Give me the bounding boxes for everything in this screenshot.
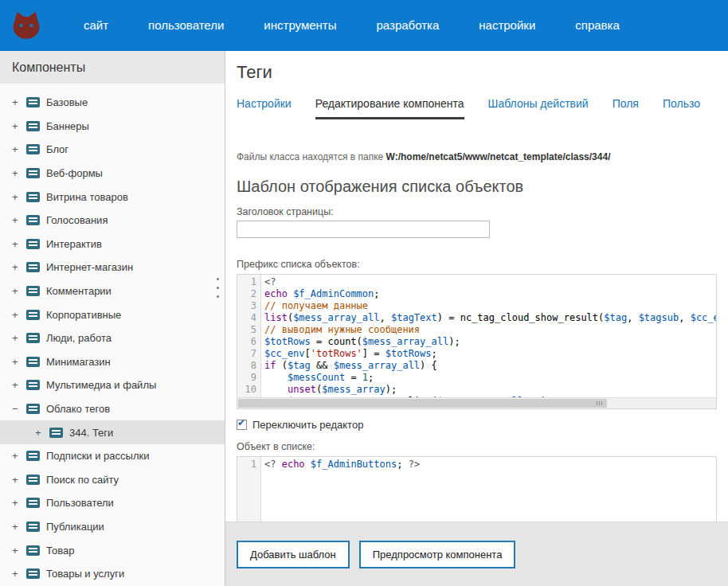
sidebar-item-label: Комментарии	[46, 285, 112, 297]
expander-icon[interactable]: −	[12, 403, 24, 415]
code-line: $totRows = count($mess_array_all);	[264, 336, 716, 348]
editor-hscrollbar[interactable]	[237, 397, 716, 408]
component-icon	[26, 286, 40, 296]
sidebar-item[interactable]: −Облако тегов	[0, 397, 225, 421]
line-number: 1	[237, 276, 256, 288]
line-number: 9	[237, 372, 256, 384]
nav-item[interactable]: настройки	[459, 0, 555, 51]
component-icon	[26, 522, 40, 532]
component-icon	[26, 380, 40, 390]
class-path-prefix: Файлы класса находятся в папке	[237, 151, 383, 162]
code-editor-prefix[interactable]: 1234567891011 <?echo $f_AdminCommon;// п…	[237, 274, 717, 409]
expander-icon[interactable]: +	[12, 96, 24, 108]
add-template-button[interactable]: Добавить шаблон	[237, 541, 350, 568]
expander-icon[interactable]: +	[12, 238, 24, 250]
sidebar-item[interactable]: +Мультимедиа и файлы	[0, 373, 225, 397]
sidebar-item[interactable]: +Корпоративные	[0, 303, 225, 326]
page-title-label: Заголовок страницы:	[237, 206, 728, 217]
expander-icon[interactable]: +	[12, 568, 24, 580]
expander-icon[interactable]: +	[12, 120, 24, 132]
sidebar-item[interactable]: +Публикации	[0, 515, 225, 539]
expander-icon[interactable]: +	[12, 474, 24, 486]
netcat-logo[interactable]	[0, 0, 53, 51]
nav-item[interactable]: разработка	[356, 0, 459, 51]
class-path-line: Файлы класса находятся в папке W:/home/n…	[237, 151, 728, 162]
expander-icon[interactable]: +	[12, 309, 24, 321]
line-number: 7	[237, 348, 256, 360]
sidebar-item-label: Пользователи	[46, 497, 114, 509]
expander-icon[interactable]: +	[12, 261, 24, 273]
code-area[interactable]: <? echo $f_AdminButtons; ?>	[261, 457, 716, 522]
sidebar-item[interactable]: +Баннеры	[0, 115, 225, 139]
editor-hscrollbar-thumb[interactable]	[238, 399, 607, 408]
component-icon	[26, 192, 40, 202]
sidebar-item[interactable]: +344. Теги	[0, 420, 225, 444]
sidebar-item[interactable]: +Витрина товаров	[0, 185, 225, 209]
sidebar-item[interactable]: +Комментарии	[0, 279, 225, 303]
expander-icon[interactable]: +	[12, 545, 24, 557]
sidebar-item[interactable]: +Люди, работа	[0, 326, 225, 350]
nav-item[interactable]: пользователи	[128, 0, 244, 51]
line-number: 4	[237, 312, 256, 324]
checkmark-icon: ✔	[237, 418, 245, 428]
sidebar-item[interactable]: +Голосования	[0, 209, 225, 232]
expander-icon[interactable]: +	[12, 285, 24, 297]
netcat-cat-icon	[8, 7, 45, 44]
expander-icon[interactable]: +	[12, 379, 24, 391]
sidebar-item[interactable]: +Интернет-магазин	[0, 256, 225, 279]
tab-0[interactable]: Настройки	[237, 97, 292, 119]
nav-item[interactable]: справка	[555, 0, 640, 51]
main-content: Теги НастройкиРедактирование компонентаШ…	[225, 51, 728, 586]
expander-icon[interactable]: +	[12, 356, 24, 368]
code-line: <? echo $f_AdminButtons; ?>	[264, 459, 716, 471]
code-area[interactable]: <?echo $f_AdminCommon;// получаем данные…	[261, 275, 716, 408]
expander-icon[interactable]: +	[12, 332, 24, 344]
sidebar-item[interactable]: +Веб-формы	[0, 162, 225, 186]
toggle-editor-checkbox[interactable]: ✔	[237, 420, 247, 430]
sidebar-resize-handle[interactable]	[217, 275, 219, 301]
toggle-editor-row[interactable]: ✔ Переключить редактор	[237, 419, 728, 431]
sidebar-item[interactable]: +Подписки и рассылки	[0, 444, 225, 468]
sidebar-item-label: Баннеры	[46, 120, 89, 132]
component-icon	[26, 451, 40, 461]
sidebar-item[interactable]: +Минимагазин	[0, 350, 225, 374]
components-tree: +Базовые+Баннеры+Блог+Веб-формы+Витрина …	[0, 84, 225, 585]
expander-icon[interactable]: +	[12, 167, 24, 179]
sidebar-item[interactable]: +Пользователи	[0, 491, 225, 515]
app-body: Компоненты +Базовые+Баннеры+Блог+Веб-фор…	[0, 51, 728, 586]
tab-2[interactable]: Шаблоны действий	[488, 97, 589, 119]
component-icon	[26, 357, 40, 367]
expander-icon[interactable]: +	[35, 427, 47, 439]
preview-component-button[interactable]: Предпросмотр компонента	[359, 541, 516, 568]
expander-icon[interactable]: +	[12, 450, 24, 462]
expander-icon[interactable]: +	[12, 214, 24, 226]
nav-item[interactable]: сайт	[64, 0, 128, 51]
object-label: Объект в списке:	[237, 441, 728, 452]
expander-icon[interactable]: +	[12, 191, 24, 203]
sidebar-item[interactable]: +Блог	[0, 138, 225, 162]
code-line: // получаем данные	[264, 300, 716, 312]
expander-icon[interactable]: +	[12, 521, 24, 533]
tab-3[interactable]: Поля	[613, 97, 639, 119]
page-title-input[interactable]	[237, 221, 490, 238]
sidebar-item[interactable]: +Базовые	[0, 91, 225, 115]
component-icon	[26, 475, 40, 485]
sidebar-item-label: Базовые	[46, 96, 88, 108]
sidebar-item[interactable]: +Интерактив	[0, 232, 225, 256]
main-scroll-area: Теги НастройкиРедактирование компонентаШ…	[225, 51, 728, 522]
code-editor-object[interactable]: 1 <? echo $f_AdminButtons; ?>	[237, 456, 717, 522]
page-title: Теги	[237, 62, 728, 83]
sidebar-item-label: Подписки и рассылки	[46, 450, 149, 462]
expander-icon[interactable]: +	[12, 497, 24, 509]
component-icon	[26, 545, 40, 556]
tab-1[interactable]: Редактирование компонента	[315, 97, 464, 119]
tab-4[interactable]: Пользо	[663, 97, 700, 119]
component-icon	[26, 215, 40, 225]
sidebar-item[interactable]: +Товары и услуги	[0, 562, 225, 586]
nav-item[interactable]: инструменты	[244, 0, 356, 51]
footer-bar: Добавить шаблонПредпросмотр компонента	[225, 522, 728, 586]
expander-icon[interactable]: +	[12, 143, 24, 155]
sidebar-item[interactable]: +Поиск по сайту	[0, 468, 225, 492]
sidebar-item-label: Корпоративные	[46, 309, 121, 321]
sidebar-item[interactable]: +Товар	[0, 538, 225, 562]
